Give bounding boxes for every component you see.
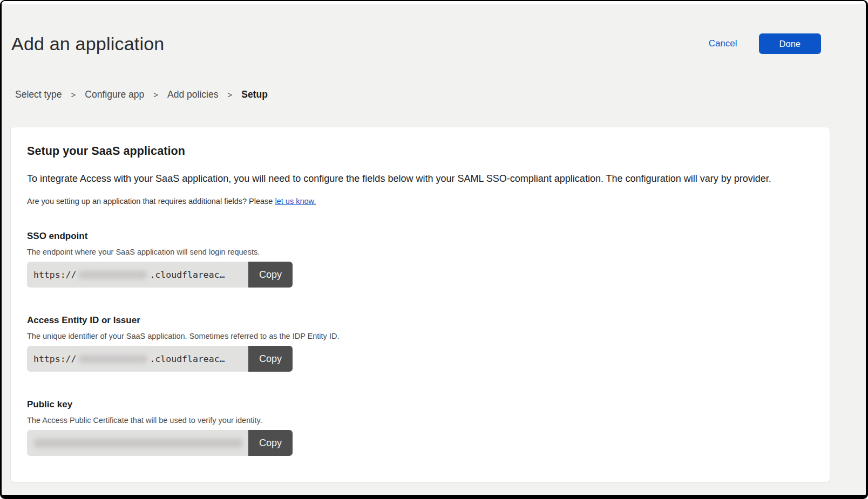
field-label: Public key xyxy=(27,399,813,410)
field-public-key: Public key The Access Public Certificate… xyxy=(27,399,813,456)
value-prefix: https:// xyxy=(33,270,76,280)
copy-access-entity-id-button[interactable]: Copy xyxy=(248,346,293,372)
field-access-entity-id: Access Entity ID or Issuer The unique id… xyxy=(27,315,813,372)
card-description: To integrate Access with your SaaS appli… xyxy=(27,172,813,186)
breadcrumb-separator: > xyxy=(153,90,158,99)
page-title: Add an application xyxy=(11,32,164,56)
field-description: The unique identifier of your SaaS appli… xyxy=(27,332,813,340)
top-strip xyxy=(2,1,866,4)
let-us-know-link[interactable]: let us know. xyxy=(275,197,316,206)
access-entity-id-value[interactable]: https://.cloudflareac… xyxy=(27,346,248,372)
header-actions: Cancel Done xyxy=(709,33,821,54)
field-label: SSO endpoint xyxy=(27,231,813,242)
sso-endpoint-value[interactable]: https://.cloudflareac… xyxy=(27,262,248,288)
field-description: The endpoint where your SaaS application… xyxy=(27,248,813,256)
card-note: Are you setting up an application that r… xyxy=(27,197,813,206)
copy-sso-endpoint-button[interactable]: Copy xyxy=(248,262,293,288)
done-button[interactable]: Done xyxy=(759,33,821,54)
card-note-text: Are you setting up an application that r… xyxy=(27,197,275,206)
redacted-value xyxy=(78,355,147,363)
field-label: Access Entity ID or Issuer xyxy=(27,315,813,326)
value-suffix: .cloudflareac… xyxy=(150,270,225,280)
breadcrumb-separator: > xyxy=(71,90,76,99)
field-sso-endpoint: SSO endpoint The endpoint where your Saa… xyxy=(27,231,813,288)
value-prefix: https:// xyxy=(33,354,76,364)
copy-public-key-button[interactable]: Copy xyxy=(248,430,293,456)
breadcrumb-step-select-type[interactable]: Select type xyxy=(15,89,62,100)
page-header: Add an application Cancel Done xyxy=(11,32,821,56)
breadcrumb-step-configure-app[interactable]: Configure app xyxy=(85,89,144,100)
redacted-value xyxy=(78,271,147,279)
redacted-value xyxy=(33,439,243,448)
value-row: Copy xyxy=(27,430,293,456)
value-row: https://.cloudflareac… Copy xyxy=(27,262,293,288)
value-suffix: .cloudflareac… xyxy=(150,354,225,364)
breadcrumb-separator: > xyxy=(227,90,232,99)
breadcrumb: Select type > Configure app > Add polici… xyxy=(15,89,866,100)
breadcrumb-step-add-policies[interactable]: Add policies xyxy=(167,89,218,100)
public-key-value[interactable] xyxy=(27,430,248,456)
field-description: The Access Public Certificate that will … xyxy=(27,416,813,425)
screenshot-frame: Add an application Cancel Done Select ty… xyxy=(0,0,868,499)
card-heading: Setup your SaaS application xyxy=(27,145,813,158)
setup-card: Setup your SaaS application To integrate… xyxy=(10,127,830,482)
cancel-button[interactable]: Cancel xyxy=(709,38,737,49)
value-row: https://.cloudflareac… Copy xyxy=(27,346,293,372)
breadcrumb-step-setup: Setup xyxy=(241,89,268,100)
